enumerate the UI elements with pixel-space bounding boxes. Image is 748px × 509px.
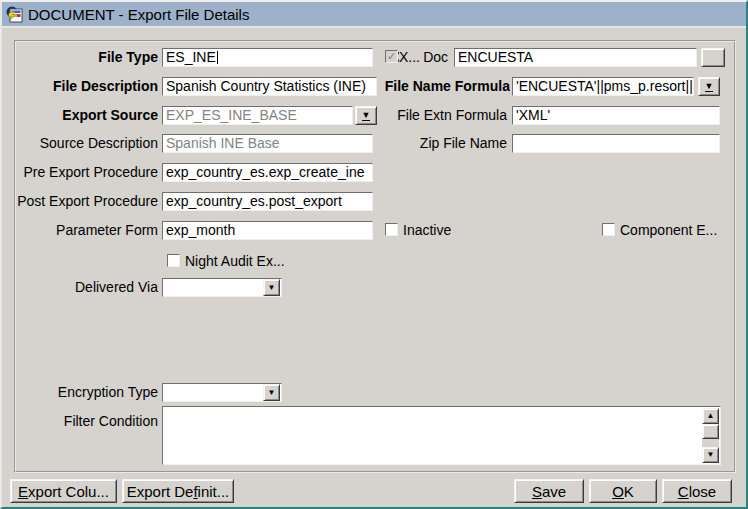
file-name-formula-input[interactable]: 'ENCUESTA'||pms_p.resort||to bbox=[512, 77, 694, 96]
check-icon: ✓ bbox=[387, 50, 396, 62]
chevron-up-icon: ▲ bbox=[707, 412, 715, 420]
inactive-checkbox[interactable] bbox=[385, 223, 398, 236]
chevron-down-icon: ▼ bbox=[707, 451, 715, 459]
post-export-procedure-input[interactable]: exp_country_es.post_export bbox=[162, 192, 373, 211]
xml-doc-input[interactable]: ENCUESTA bbox=[454, 48, 697, 67]
source-description-input[interactable]: Spanish INE Base bbox=[162, 134, 373, 153]
xml-checkbox[interactable]: ✓ bbox=[385, 50, 398, 63]
xml-checkbox-label: X... bbox=[399, 48, 423, 67]
scroll-down-button[interactable]: ▼ bbox=[702, 447, 719, 463]
zip-file-name-input[interactable] bbox=[512, 134, 720, 153]
inactive-label: Inactive bbox=[403, 221, 451, 240]
file-name-formula-label: File Name Formula bbox=[379, 77, 510, 96]
pre-export-procedure-label: Pre Export Procedure bbox=[12, 163, 158, 182]
delivered-via-label: Delivered Via bbox=[12, 278, 158, 297]
scrollbar-thumb[interactable] bbox=[702, 424, 719, 439]
component-export-checkbox[interactable] bbox=[602, 223, 615, 236]
parameter-form-input[interactable]: exp_month bbox=[162, 221, 373, 240]
filter-condition-scrollbar[interactable]: ▲ ▼ bbox=[702, 408, 719, 463]
encryption-type-label: Encryption Type bbox=[12, 383, 158, 402]
file-description-label: File Description bbox=[12, 77, 158, 96]
source-description-label: Source Description bbox=[12, 134, 158, 153]
close-button[interactable]: Close bbox=[662, 479, 732, 503]
night-audit-export-checkbox[interactable] bbox=[167, 254, 180, 267]
arrow-down-to-line-icon: ▼ bbox=[705, 82, 714, 92]
delivered-via-dropdown-button[interactable]: ▼ bbox=[263, 279, 280, 296]
export-source-label: Export Source bbox=[12, 106, 158, 125]
ok-button[interactable]: OK bbox=[589, 479, 657, 503]
night-audit-export-label: Night Audit Ex... bbox=[185, 252, 285, 271]
filter-condition-label: Filter Condition bbox=[12, 412, 158, 431]
export-file-details-window: DOCUMENT - Export File Details File Type… bbox=[0, 0, 748, 509]
text-caret bbox=[217, 51, 218, 64]
file-name-formula-editor-button[interactable]: ▼ bbox=[698, 77, 720, 96]
window-title: DOCUMENT - Export File Details bbox=[28, 6, 249, 23]
export-definition-button[interactable]: Export Definit... bbox=[122, 479, 234, 503]
export-source-input[interactable]: EXP_ES_INE_BASE bbox=[162, 106, 353, 125]
document-icon bbox=[6, 6, 23, 23]
encryption-type-dropdown-button[interactable]: ▼ bbox=[263, 384, 280, 401]
titlebar: DOCUMENT - Export File Details bbox=[2, 2, 746, 28]
filter-condition-textarea[interactable]: ▲ ▼ bbox=[162, 406, 721, 465]
zip-file-name-label: Zip File Name bbox=[362, 134, 507, 153]
file-type-label: File Type bbox=[12, 48, 158, 67]
export-columns-button[interactable]: Export Colu... bbox=[10, 479, 117, 503]
parameter-form-label: Parameter Form bbox=[12, 221, 158, 240]
save-button[interactable]: Save bbox=[514, 479, 584, 503]
component-export-label: Component E... bbox=[620, 221, 717, 240]
scroll-up-button[interactable]: ▲ bbox=[702, 408, 719, 424]
xml-doc-lov-button[interactable] bbox=[701, 48, 725, 67]
file-type-input[interactable]: ES_INE bbox=[162, 48, 373, 67]
chevron-down-icon: ▼ bbox=[268, 389, 276, 397]
file-extn-formula-input[interactable]: 'XML' bbox=[512, 106, 720, 125]
file-description-input[interactable]: Spanish Country Statistics (INE) bbox=[162, 77, 377, 96]
post-export-procedure-label: Post Export Procedure bbox=[12, 192, 158, 211]
pre-export-procedure-input[interactable]: exp_country_es.exp_create_ine bbox=[162, 163, 373, 182]
file-extn-formula-label: File Extn Formula bbox=[362, 106, 507, 125]
chevron-down-icon: ▼ bbox=[268, 284, 276, 292]
